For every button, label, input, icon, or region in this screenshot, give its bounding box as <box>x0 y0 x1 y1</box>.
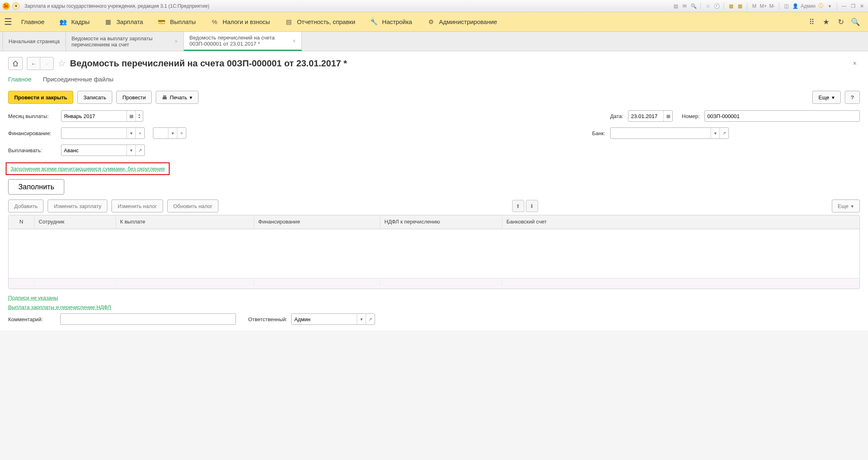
dropdown-circle-icon[interactable]: ▾ <box>12 2 20 10</box>
number-input[interactable] <box>705 111 859 121</box>
pay-ndfl-link[interactable]: Выплата зарплаты и перечисление НДФЛ <box>8 304 111 310</box>
bank-input[interactable] <box>611 128 711 138</box>
col-account[interactable]: Банковский счет <box>502 215 859 229</box>
search-icon[interactable]: 🔍 <box>851 18 860 26</box>
calc-icon[interactable]: ▦ <box>727 2 735 10</box>
date-input[interactable] <box>628 111 663 121</box>
menu-payments[interactable]: 💳Выплаты <box>150 15 203 29</box>
menu-admin[interactable]: ⚙Администрирование <box>419 15 504 29</box>
chevron-down-icon[interactable]: ▾ <box>168 128 177 138</box>
fill-settings-link[interactable]: Заполнение всеми причитающимися суммами,… <box>11 166 165 172</box>
pay-field[interactable]: ▾ ↗ <box>61 145 145 156</box>
subtab-main[interactable]: Главное <box>8 76 31 84</box>
open-icon[interactable]: ↗ <box>720 128 728 138</box>
finance-input[interactable] <box>61 128 126 138</box>
m-minus-icon[interactable]: M- <box>768 2 776 10</box>
col-finance[interactable]: Финансирование <box>254 215 380 229</box>
table-body[interactable] <box>9 229 859 278</box>
hamburger-icon[interactable]: ☰ <box>4 18 12 26</box>
star-icon[interactable]: ★ <box>822 18 831 26</box>
chevron-down-icon[interactable]: ▾ <box>126 145 135 156</box>
close-page-icon[interactable]: × <box>850 58 860 69</box>
user-name[interactable]: Админ <box>800 2 816 10</box>
open-icon[interactable]: ↗ <box>366 314 375 324</box>
menu-hr[interactable]: 👥Кадры <box>52 15 97 29</box>
favorite-icon[interactable]: ☆ <box>704 2 711 10</box>
calendar-picker-icon[interactable]: ▦ <box>663 111 672 121</box>
print-button[interactable]: 🖶Печать▾ <box>156 91 198 104</box>
date-field[interactable]: ▦ <box>628 110 673 122</box>
col-pay[interactable]: К выплате <box>116 215 254 229</box>
close-icon[interactable]: × <box>174 38 178 44</box>
menu-reports[interactable]: ▤Отчетность, справки <box>277 15 362 29</box>
save-button[interactable]: Записать <box>77 91 112 104</box>
pay-input[interactable] <box>61 145 126 156</box>
responsible-field[interactable]: ▾ ↗ <box>291 313 375 325</box>
people-icon: 👥 <box>59 18 67 26</box>
tb-icon-3[interactable]: 🔍 <box>690 2 697 10</box>
favorite-toggle-icon[interactable]: ☆ <box>58 58 66 69</box>
back-button[interactable]: ← <box>27 57 40 70</box>
comment-input[interactable] <box>61 314 236 324</box>
panel-icon[interactable]: ◫ <box>783 2 790 10</box>
tab-start-page[interactable]: Начальная страница <box>2 32 66 51</box>
maximize-icon[interactable]: ❐ <box>849 2 857 10</box>
apps-icon[interactable]: ⠿ <box>807 18 816 26</box>
user-icon[interactable]: 👤 <box>792 2 799 10</box>
chevron-down-icon[interactable]: ▾ <box>357 314 366 324</box>
info-dropdown-icon[interactable]: ▾ <box>826 2 833 10</box>
move-up-icon[interactable]: ⬆ <box>512 200 524 212</box>
number-field[interactable] <box>704 110 860 122</box>
responsible-input[interactable] <box>292 314 357 324</box>
table-more-button[interactable]: Еще ▾ <box>832 199 860 212</box>
tab-payroll-list[interactable]: Ведомости на выплату зарплаты перечислен… <box>66 32 184 51</box>
finance-input-2[interactable] <box>153 128 168 138</box>
history-icon[interactable]: 🕘 <box>713 2 720 10</box>
m-plus-icon[interactable]: M+ <box>759 2 767 10</box>
clock-icon[interactable]: ↻ <box>836 18 845 26</box>
calendar-picker-icon[interactable]: ▦ <box>126 111 135 121</box>
close-window-icon[interactable]: ✕ <box>858 2 866 10</box>
month-input[interactable] <box>61 111 126 121</box>
col-employee[interactable]: Сотрудник <box>35 215 116 229</box>
spinner-icon[interactable]: ▲▼ <box>135 111 143 121</box>
month-field[interactable]: ▦ ▲▼ <box>61 110 143 122</box>
forward-button[interactable]: → <box>40 57 53 70</box>
menu-settings[interactable]: 🔧Настройка <box>362 15 419 29</box>
menu-taxes[interactable]: %Налоги и взносы <box>203 15 277 29</box>
open-icon[interactable]: ↗ <box>135 145 144 156</box>
subtab-files[interactable]: Присоединенные файлы <box>43 76 113 84</box>
chevron-down-icon[interactable]: ▾ <box>711 128 720 138</box>
more-button[interactable]: Еще ▾ <box>812 91 840 104</box>
menu-main[interactable]: Главное <box>14 15 52 28</box>
m-icon[interactable]: M <box>750 2 758 10</box>
finance-field[interactable]: ▾ × <box>61 127 145 139</box>
col-ndfl[interactable]: НДФЛ к перечислению <box>380 215 502 229</box>
move-down-icon[interactable]: ⬇ <box>526 200 538 212</box>
comment-field[interactable] <box>60 313 236 325</box>
clear-icon[interactable]: × <box>177 128 186 138</box>
edit-salary-button[interactable]: Изменить зарплату <box>48 199 107 212</box>
chevron-down-icon[interactable]: ▾ <box>126 128 135 138</box>
info-icon[interactable]: ⓘ <box>817 2 824 10</box>
tb-icon-1[interactable]: ▤ <box>672 2 679 10</box>
signatures-link[interactable]: Подписи не указаны <box>8 295 58 301</box>
col-n[interactable]: N <box>9 215 35 229</box>
close-icon[interactable]: × <box>292 38 296 44</box>
help-button[interactable]: ? <box>845 91 860 104</box>
add-row-button[interactable]: Добавить <box>8 199 44 212</box>
minimize-icon[interactable]: — <box>840 2 848 10</box>
home-button[interactable] <box>8 57 23 70</box>
bank-field[interactable]: ▾ ↗ <box>610 127 729 139</box>
menu-salary[interactable]: ▦Зарплата <box>97 15 150 29</box>
finance-field-2[interactable]: ▾ × <box>153 127 186 139</box>
refresh-tax-button[interactable]: Обновить налог <box>167 199 219 212</box>
tab-current-doc[interactable]: Ведомость перечислений на счета 00ЗП-000… <box>184 32 302 51</box>
fill-button[interactable]: Заполнить <box>8 179 64 195</box>
post-button[interactable]: Провести <box>116 91 152 104</box>
calendar-icon[interactable]: ▦ <box>736 2 744 10</box>
post-and-close-button[interactable]: Провести и закрыть <box>8 91 73 104</box>
clear-icon[interactable]: × <box>135 128 144 138</box>
tb-icon-2[interactable]: ✉ <box>681 2 688 10</box>
edit-tax-button[interactable]: Изменить налог <box>111 199 163 212</box>
